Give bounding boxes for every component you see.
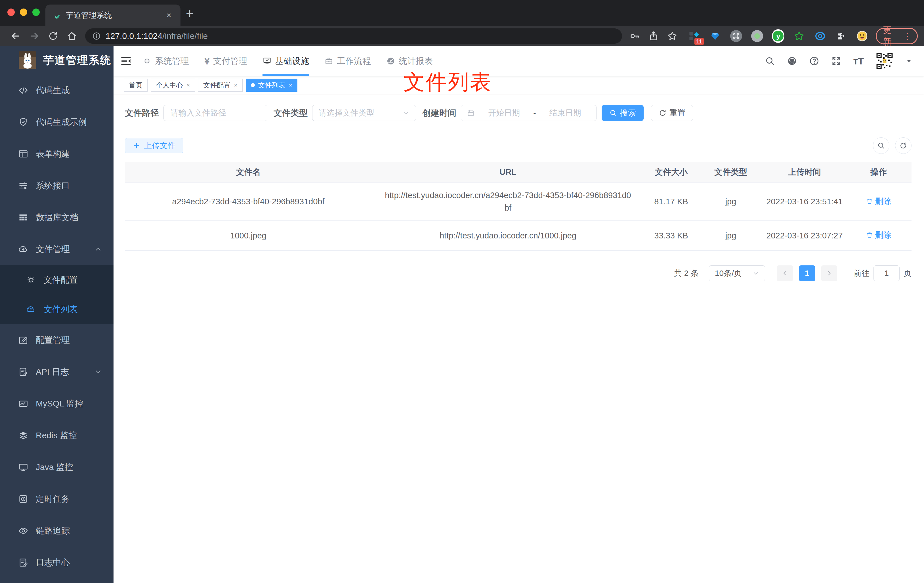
top-nav: 系统管理 ¥ 支付管理 基础设施 工作流程 [142, 46, 448, 76]
minimize-window-button[interactable] [20, 8, 27, 16]
nav-item-payment-management[interactable]: ¥ 支付管理 [204, 46, 247, 76]
browser-update-button[interactable]: 更新 ⋮ [876, 28, 918, 44]
sidebar-item-code-gen-example[interactable]: 代码生成示例 [0, 106, 114, 138]
sidebar-title: 芋道管理系统 [43, 53, 111, 68]
prev-page-button[interactable] [777, 265, 793, 281]
jump-page-input[interactable]: 1 [873, 265, 899, 281]
sidebar-collapse-icon[interactable] [120, 55, 132, 67]
cloud-upload-icon [26, 305, 36, 314]
command-extension-icon[interactable] [730, 30, 742, 42]
site-info-icon[interactable] [92, 31, 101, 41]
sidebar-item-trace[interactable]: 链路追踪 [0, 515, 114, 547]
date-range-picker[interactable]: 开始日期 - 结束日期 [461, 105, 597, 121]
tag-profile[interactable]: 个人中心 × [151, 79, 195, 92]
forward-icon[interactable] [29, 31, 40, 41]
start-date-input[interactable]: 开始日期 [479, 107, 529, 118]
sidebar-item-redis-monitor[interactable]: Redis 监控 [0, 419, 114, 451]
sidebar-item-log-center[interactable]: 日志中心 [0, 547, 114, 578]
page-size-select[interactable]: 10条/页 [709, 265, 765, 281]
tag-close-icon[interactable]: × [186, 82, 190, 89]
search-icon[interactable] [765, 56, 775, 66]
eye-extension-icon[interactable] [814, 30, 827, 42]
back-icon[interactable] [10, 31, 21, 41]
share-icon[interactable] [648, 31, 659, 41]
tag-close-icon[interactable]: × [289, 82, 292, 89]
star-extension-icon[interactable] [793, 30, 805, 42]
calendar-icon [467, 109, 475, 117]
trash-icon [866, 231, 873, 239]
sidebar-item-code-generation[interactable]: 代码生成 [0, 74, 114, 106]
github-icon[interactable] [787, 56, 797, 66]
sidebar-item-scheduled-tasks[interactable]: 定时任务 [0, 483, 114, 515]
table-header-row: 文件名 URL 文件大小 文件类型 上传时间 操作 [125, 162, 911, 183]
recorder-extension-icon[interactable] [751, 30, 763, 42]
sidebar-item-config-management[interactable]: 配置管理 [0, 324, 114, 356]
sidebar-item-java-monitor[interactable]: Java 监控 [0, 451, 114, 483]
y-green-extension-icon[interactable]: y [772, 30, 784, 42]
bookmark-star-icon[interactable] [667, 31, 678, 41]
tag-home[interactable]: 首页 [124, 79, 148, 92]
nav-item-system-management[interactable]: 系统管理 [142, 46, 189, 76]
end-date-input[interactable]: 结束日期 [540, 107, 591, 118]
tag-file-config[interactable]: 文件配置 × [198, 79, 243, 92]
nav-item-infrastructure[interactable]: 基础设施 [262, 46, 309, 76]
search-icon [609, 109, 617, 117]
fullscreen-icon[interactable] [831, 56, 842, 66]
file-type-select[interactable]: 请选择文件类型 [312, 105, 416, 121]
caret-down-icon[interactable] [905, 57, 912, 65]
reload-icon[interactable] [48, 31, 58, 41]
font-size-icon[interactable]: ᴛT [853, 56, 864, 67]
help-icon[interactable] [809, 56, 819, 66]
browser-tab[interactable]: 芋道管理系统 × [45, 5, 180, 26]
sidebar-item-file-config[interactable]: 文件配置 [0, 265, 114, 295]
reset-button[interactable]: 重置 [651, 105, 693, 121]
maximize-window-button[interactable] [32, 8, 40, 16]
cell-url: http://test.yudao.iocoder.cn/a294ecb2-73… [372, 189, 644, 214]
toggle-search-button[interactable] [873, 137, 889, 154]
sidebar-item-system-api[interactable]: 系统接口 [0, 170, 114, 201]
tag-close-icon[interactable]: × [234, 82, 237, 89]
plus-icon [132, 142, 140, 150]
cell-uploadtime: 2022-03-16 23:51:41 [763, 195, 846, 208]
search-button[interactable]: 搜索 [602, 105, 644, 121]
browser-tab-title: 芋道管理系统 [66, 10, 165, 20]
sidebar-item-mysql-monitor[interactable]: MySQL 监控 [0, 388, 114, 419]
tab-close-icon[interactable]: × [165, 10, 173, 20]
page-number-current[interactable]: 1 [799, 265, 815, 281]
tag-file-list[interactable]: 文件列表 × [246, 79, 297, 92]
qr-avatar-image [876, 52, 893, 70]
app-header: 系统管理 ¥ 支付管理 基础设施 工作流程 [114, 46, 924, 76]
delete-button[interactable]: 删除 [866, 229, 891, 241]
chart-box-icon [18, 398, 28, 409]
nav-item-workflow[interactable]: 工作流程 [324, 46, 371, 76]
delete-button[interactable]: 删除 [866, 195, 891, 208]
address-bar[interactable]: 127.0.0.1:1024/infra/file/file [85, 28, 622, 44]
close-window-button[interactable] [7, 8, 15, 16]
next-page-button[interactable] [821, 265, 837, 281]
total-count: 共 2 条 [674, 268, 699, 279]
sidebar-item-form-builder[interactable]: 表单构建 [0, 138, 114, 170]
password-key-icon[interactable] [629, 31, 640, 41]
file-path-input[interactable]: 请输入文件路径 [163, 105, 267, 121]
sidebar-item-db-doc[interactable]: 数据库文档 [0, 201, 114, 233]
extensions-puzzle-icon[interactable] [835, 30, 847, 42]
jump-suffix: 页 [904, 268, 911, 279]
browser-menu-icon[interactable]: ⋮ [903, 31, 912, 41]
sidebar: 芋道管理系统 代码生成 代码生成示例 表单构建 系统接口 [0, 46, 114, 583]
home-icon[interactable] [66, 31, 77, 41]
chevron-down-icon [752, 270, 759, 277]
tampermonkey-extension-icon[interactable]: 11 [688, 30, 700, 42]
sidebar-item-file-management[interactable]: 文件管理 [0, 233, 114, 265]
upload-file-button[interactable]: 上传文件 [125, 138, 183, 153]
sidebar-item-file-list[interactable]: 文件列表 [0, 295, 114, 324]
gem-extension-icon[interactable] [709, 30, 721, 42]
sidebar-item-api-log[interactable]: API 日志 [0, 356, 114, 388]
main-area: 文件列表 系统管理 ¥ 支付管理 基础设施 [114, 46, 924, 583]
avatar[interactable] [876, 52, 893, 70]
chevron-up-icon [94, 245, 102, 253]
new-tab-button[interactable]: + [186, 6, 193, 21]
gear-icon [26, 275, 36, 285]
profile-avatar-icon[interactable] [856, 30, 868, 42]
refresh-table-button[interactable] [895, 137, 911, 154]
sidebar-logo-row[interactable]: 芋道管理系统 [0, 46, 114, 74]
